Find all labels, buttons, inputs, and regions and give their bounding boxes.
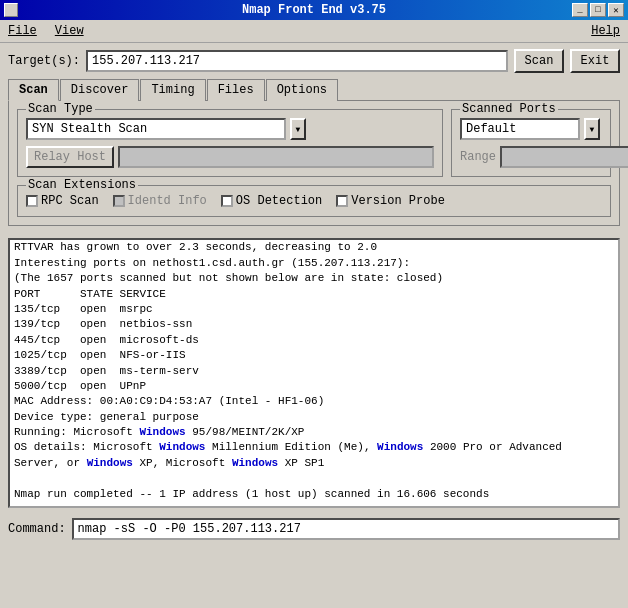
title-bar-buttons[interactable]: _ □ ✕ bbox=[572, 3, 624, 17]
title-bar: Nmap Front End v3.75 _ □ ✕ bbox=[0, 0, 628, 20]
relay-row: Relay Host bbox=[26, 146, 434, 168]
target-input[interactable] bbox=[86, 50, 508, 72]
scan-extensions-row: RPC Scan Identd Info OS Detection Versio… bbox=[26, 194, 602, 208]
command-input[interactable] bbox=[72, 518, 620, 540]
scan-extensions-group: Scan Extensions RPC Scan Identd Info OS … bbox=[17, 185, 611, 217]
range-label: Range bbox=[460, 150, 496, 164]
tab-files[interactable]: Files bbox=[207, 79, 265, 101]
checkbox-rpc-scan[interactable]: RPC Scan bbox=[26, 194, 99, 208]
command-bar: Command: bbox=[0, 514, 628, 544]
range-input bbox=[500, 146, 628, 168]
title-bar-icon[interactable] bbox=[4, 3, 18, 17]
tab-scan[interactable]: Scan bbox=[8, 79, 59, 101]
close-button[interactable]: ✕ bbox=[608, 3, 624, 17]
maximize-button[interactable]: □ bbox=[590, 3, 606, 17]
tabs-container: Scan Discover Timing Files Options bbox=[8, 79, 620, 101]
scanned-ports-legend: Scanned Ports bbox=[460, 102, 558, 116]
tab-timing[interactable]: Timing bbox=[140, 79, 205, 101]
output-text: RTTVAR has grown to over 2.3 seconds, de… bbox=[14, 238, 614, 502]
relay-host-button[interactable]: Relay Host bbox=[26, 146, 114, 168]
scanned-ports-value: Default bbox=[466, 122, 516, 136]
options-panel: Scan Type SYN Stealth Scan ▼ Relay Host … bbox=[8, 100, 620, 226]
range-row: Range bbox=[460, 146, 602, 168]
identd-info-label: Identd Info bbox=[128, 194, 207, 208]
os-detection-checkbox[interactable] bbox=[221, 195, 233, 207]
command-label: Command: bbox=[8, 522, 66, 536]
relay-host-input bbox=[118, 146, 434, 168]
scanned-ports-select-wrapper: Default ▼ bbox=[460, 118, 602, 140]
menu-bar: File View Help bbox=[0, 20, 628, 43]
scan-options-row: Scan Type SYN Stealth Scan ▼ Relay Host … bbox=[17, 109, 611, 177]
scanned-ports-select[interactable]: Default bbox=[460, 118, 580, 140]
rpc-scan-checkbox[interactable] bbox=[26, 195, 38, 207]
scan-type-legend: Scan Type bbox=[26, 102, 95, 116]
checkbox-os-detection[interactable]: OS Detection bbox=[221, 194, 322, 208]
identd-info-checkbox[interactable] bbox=[113, 195, 125, 207]
menu-view[interactable]: View bbox=[51, 22, 88, 40]
target-label: Target(s): bbox=[8, 54, 80, 68]
version-probe-checkbox[interactable] bbox=[336, 195, 348, 207]
menu-help[interactable]: Help bbox=[587, 22, 624, 40]
scan-extensions-legend: Scan Extensions bbox=[26, 178, 138, 192]
scan-type-select-wrapper: SYN Stealth Scan ▼ bbox=[26, 118, 434, 140]
menu-file[interactable]: File bbox=[4, 22, 41, 40]
scanned-ports-group: Scanned Ports Default ▼ Range bbox=[451, 109, 611, 177]
scan-type-value: SYN Stealth Scan bbox=[32, 122, 147, 136]
exit-button[interactable]: Exit bbox=[570, 49, 620, 73]
scanned-ports-arrow[interactable]: ▼ bbox=[584, 118, 600, 140]
checkbox-identd-info[interactable]: Identd Info bbox=[113, 194, 207, 208]
scan-type-select[interactable]: SYN Stealth Scan bbox=[26, 118, 286, 140]
output-area[interactable]: RTTVAR has grown to over 2.3 seconds, de… bbox=[8, 238, 620, 508]
scan-type-group: Scan Type SYN Stealth Scan ▼ Relay Host bbox=[17, 109, 443, 177]
tab-options[interactable]: Options bbox=[266, 79, 338, 101]
scan-button[interactable]: Scan bbox=[514, 49, 564, 73]
minimize-button[interactable]: _ bbox=[572, 3, 588, 17]
scan-type-arrow[interactable]: ▼ bbox=[290, 118, 306, 140]
main-content: Target(s): Scan Exit Scan Discover Timin… bbox=[0, 43, 628, 232]
tab-discover[interactable]: Discover bbox=[60, 79, 140, 101]
rpc-scan-label: RPC Scan bbox=[41, 194, 99, 208]
title-text: Nmap Front End v3.75 bbox=[242, 3, 386, 17]
os-detection-label: OS Detection bbox=[236, 194, 322, 208]
version-probe-label: Version Probe bbox=[351, 194, 445, 208]
checkbox-version-probe[interactable]: Version Probe bbox=[336, 194, 445, 208]
target-row: Target(s): Scan Exit bbox=[8, 49, 620, 73]
